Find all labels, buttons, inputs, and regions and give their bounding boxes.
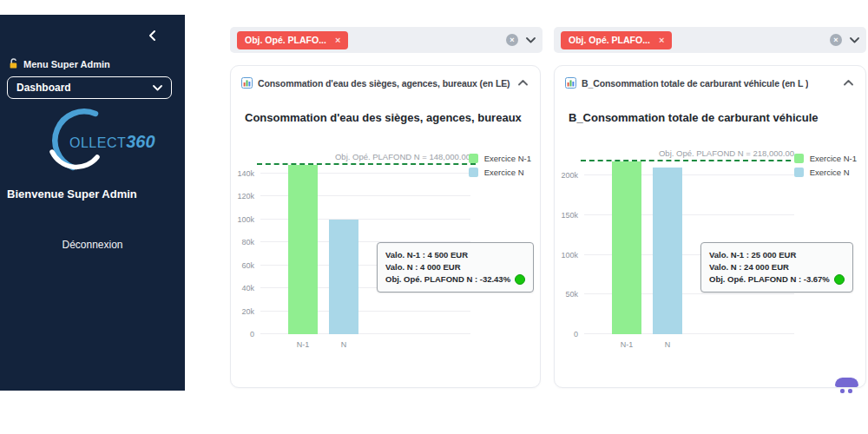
chevron-down-icon[interactable]: [526, 37, 536, 43]
dashboard-select[interactable]: Dashboard: [7, 76, 172, 99]
chat-widget-icon: [835, 378, 858, 387]
widget-header-label: B_Consommation totale de carburant véhic…: [582, 78, 808, 89]
bar-N[interactable]: [329, 220, 358, 334]
sidebar-collapse-icon[interactable]: [147, 30, 159, 42]
y-axis-tick-label: 40k: [241, 284, 254, 293]
dashboard-select-value: Dashboard: [16, 82, 71, 94]
chevron-down-icon: [153, 85, 162, 91]
y-axis-tick-label: 50k: [565, 290, 578, 299]
legend-label: Exercice N: [810, 168, 850, 177]
lock-icon: [9, 58, 19, 69]
tooltip-status-text: Obj. Opé. PLAFOND N : -3.67%: [709, 273, 830, 286]
x-axis-category-label: N: [329, 340, 358, 349]
x-axis-category-label: N-1: [612, 340, 641, 349]
collapse-panel-icon[interactable]: [844, 80, 853, 86]
chart-widget-water: Consommation d'eau des sièges, agences, …: [230, 65, 541, 388]
legend-label: Exercice N: [484, 168, 524, 177]
filter-select-right[interactable]: Obj. Opé. PLAFO... × ×: [554, 27, 866, 53]
widget-header-label: Consommation d'eau des sièges, agences, …: [258, 78, 510, 89]
chart-title: B_Consommation totale de carburant véhic…: [569, 111, 853, 124]
legend-item: Exercice N-1: [794, 154, 857, 163]
y-axis-tick-label: 0: [250, 330, 254, 339]
y-axis-tick-label: 100k: [561, 251, 578, 260]
chat-widget-button[interactable]: [835, 378, 861, 392]
collect360-logo: OLLECT360: [24, 105, 163, 180]
y-axis-tick-label: 100k: [237, 215, 254, 224]
chat-widget-dot: [848, 389, 852, 393]
filter-select-left[interactable]: Obj. Opé. PLAFO... × ×: [230, 27, 542, 53]
chart-legend: Exercice N-1Exercice N: [469, 154, 531, 177]
chat-widget-dot: [840, 389, 845, 393]
widget-header: Consommation d'eau des sièges, agences, …: [231, 66, 540, 89]
chart-tooltip: Valo. N-1 : 25 000 EURValo. N : 24 000 E…: [700, 242, 853, 293]
y-axis-tick-label: 150k: [561, 211, 578, 220]
x-axis-category-label: N: [653, 340, 682, 349]
y-axis-tick-label: 120k: [237, 192, 254, 201]
widget-header: B_Consommation totale de carburant véhic…: [555, 66, 865, 89]
remove-tag-icon[interactable]: ×: [335, 35, 340, 45]
legend-swatch: [469, 154, 478, 163]
legend-swatch: [794, 168, 804, 177]
tooltip-status-line: Obj. Opé. PLAFOND N : -32.43%: [385, 273, 525, 286]
y-axis-tick-label: 80k: [241, 238, 254, 247]
filter-tag: Obj. Opé. PLAFO... ×: [237, 31, 348, 49]
bar-N[interactable]: [653, 168, 682, 334]
logo-wordmark: OLLECT360: [69, 132, 155, 152]
sidebar: Menu Super Admin Dashboard OLLECT360 Bie…: [0, 15, 185, 391]
tooltip-line: Valo. N : 4 000 EUR: [385, 261, 525, 273]
plot-area: 020k40k60k80k100k120k140kN-1NObj. Opé. P…: [260, 148, 470, 334]
bar-chart-icon: [241, 77, 253, 89]
filter-tag-label: Obj. Opé. PLAFO...: [569, 35, 650, 45]
remove-tag-icon[interactable]: ×: [659, 35, 664, 45]
threshold-label: Obj. Opé. PLAFOND N = 148,000.00: [335, 152, 470, 161]
y-axis-tick-label: 0: [574, 330, 578, 339]
tooltip-line: Valo. N : 24 000 EUR: [709, 261, 845, 273]
y-axis-tick-label: 200k: [561, 171, 578, 180]
bar-chart: 050k100k150k200kN-1NObj. Opé. PLAFOND N …: [555, 140, 865, 387]
logout-link[interactable]: Déconnexion: [0, 239, 185, 251]
bar-N-1[interactable]: [612, 161, 641, 334]
chevron-down-icon[interactable]: [850, 37, 859, 43]
tooltip-line: Valo. N-1 : 25 000 EUR: [709, 249, 845, 261]
status-dot: [834, 274, 845, 285]
menu-section-label: Menu Super Admin: [23, 59, 110, 69]
legend-item: Exercice N-1: [469, 154, 531, 163]
legend-label: Exercice N-1: [484, 154, 531, 163]
tooltip-status-line: Obj. Opé. PLAFOND N : -3.67%: [709, 273, 845, 286]
app-window: Menu Super Admin Dashboard OLLECT360 Bie…: [0, 0, 868, 434]
chart-title: Consommation d'eau des sièges, agences, …: [245, 111, 528, 124]
legend-label: Exercice N-1: [810, 154, 857, 163]
clear-filter-icon[interactable]: ×: [830, 34, 842, 46]
threshold-label: Obj. Opé. PLAFOND N = 218,000.00: [659, 148, 794, 158]
chart-widget-fuel: B_Consommation totale de carburant véhic…: [554, 65, 866, 388]
bar-chart: 020k40k60k80k100k120k140kN-1NObj. Opé. P…: [231, 140, 540, 387]
x-axis-category-label: N-1: [288, 340, 318, 349]
chart-legend: Exercice N-1Exercice N: [794, 154, 857, 177]
menu-section-header: Menu Super Admin: [9, 58, 110, 69]
legend-item: Exercice N: [469, 168, 531, 177]
tooltip-line: Valo. N-1 : 4 500 EUR: [385, 249, 525, 261]
legend-item: Exercice N: [794, 168, 857, 177]
tooltip-status-text: Obj. Opé. PLAFOND N : -32.43%: [385, 273, 510, 286]
collapse-panel-icon[interactable]: [518, 80, 528, 86]
threshold-dashed-line: [581, 160, 799, 161]
y-axis-tick-label: 20k: [241, 307, 254, 316]
y-axis-tick-label: 60k: [241, 261, 254, 270]
y-axis-tick-label: 140k: [237, 169, 254, 178]
plot-area: 050k100k150k200kN-1NObj. Opé. PLAFOND N …: [584, 148, 794, 334]
bar-chart-icon: [565, 77, 576, 89]
filter-tag-label: Obj. Opé. PLAFO...: [245, 35, 326, 45]
chart-tooltip: Valo. N-1 : 4 500 EURValo. N : 4 000 EUR…: [377, 242, 534, 293]
legend-swatch: [794, 154, 804, 163]
legend-swatch: [469, 168, 478, 177]
status-dot: [515, 274, 525, 285]
clear-filter-icon[interactable]: ×: [506, 34, 518, 46]
bar-N-1[interactable]: [288, 165, 318, 335]
threshold-dashed-line: [257, 163, 476, 165]
welcome-text: Bienvenue Super Admin: [7, 187, 137, 201]
filter-tag: Obj. Opé. PLAFO... ×: [561, 31, 672, 49]
